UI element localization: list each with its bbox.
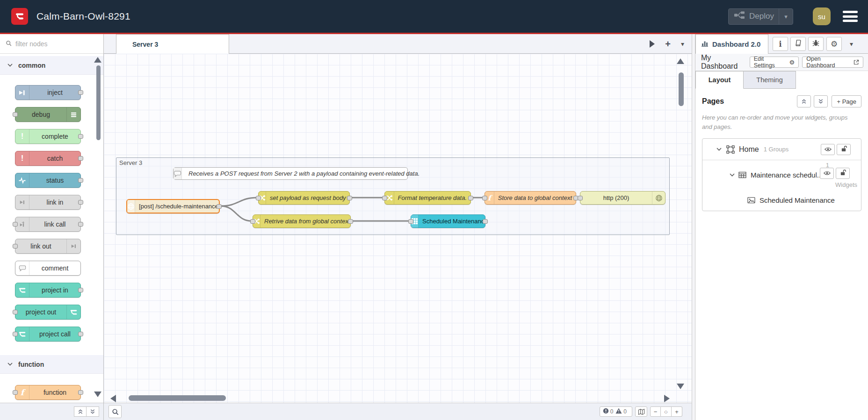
flow-status-counts[interactable]: 0 0 — [600, 406, 632, 417]
palette-node-project-out[interactable]: project out — [15, 305, 81, 320]
input-port[interactable] — [13, 222, 18, 227]
debug-tab-button[interactable] — [808, 37, 824, 51]
canvas-scroll-left-arrow[interactable] — [110, 395, 116, 402]
collapse-all-pages-button[interactable] — [797, 95, 811, 107]
flow-canvas[interactable]: Server 3 Receives a POST request from Se… — [104, 54, 692, 403]
tree-row-group-maintenance[interactable]: Maintenance schedul... 1 Widgets — [702, 160, 861, 189]
output-port[interactable] — [78, 222, 83, 227]
output-port[interactable] — [217, 204, 222, 209]
settings-tab-button[interactable]: ⚙ — [826, 37, 842, 51]
palette-node-link-out[interactable]: link out — [15, 239, 81, 254]
workspace-tab-server-3[interactable]: Server 3 — [116, 34, 229, 54]
add-page-button[interactable]: + Page — [832, 95, 861, 107]
page-lock-button[interactable] — [837, 144, 851, 155]
output-port[interactable] — [78, 178, 83, 183]
palette-scrollbar-thumb[interactable] — [96, 65, 101, 140]
group-visibility-button[interactable] — [820, 168, 834, 179]
canvas-vertical-scrollbar-thumb[interactable] — [679, 72, 684, 106]
palette-node-link-call[interactable]: link call — [15, 217, 81, 232]
output-port[interactable] — [347, 196, 352, 200]
flow-node-set-payload[interactable]: set payload as request body — [258, 191, 350, 205]
navigator-toggle-button[interactable] — [635, 406, 647, 417]
input-port[interactable] — [408, 219, 413, 224]
output-port[interactable] — [348, 219, 353, 224]
palette-node-catch[interactable]: ! catch — [15, 151, 81, 166]
input-port[interactable] — [13, 332, 18, 336]
input-port[interactable] — [13, 244, 18, 249]
palette-scroll-up-arrow[interactable] — [94, 57, 101, 63]
palette-node-comment[interactable]: comment — [15, 261, 81, 276]
input-port[interactable] — [482, 196, 487, 200]
main-menu-button[interactable] — [843, 11, 858, 22]
add-flow-button[interactable]: + — [665, 39, 671, 49]
output-port[interactable] — [78, 288, 83, 292]
chevron-down-icon[interactable] — [730, 173, 735, 177]
output-port[interactable] — [78, 390, 83, 395]
palette-search[interactable] — [0, 34, 103, 54]
edit-settings-button[interactable]: Edit Settings ⚙ — [750, 57, 799, 68]
expand-all-categories-button[interactable] — [87, 406, 99, 417]
sidebar-options-caret[interactable]: ▾ — [850, 40, 853, 48]
palette-node-project-in[interactable]: project in — [15, 283, 81, 298]
palette-node-status[interactable]: status — [15, 173, 81, 188]
tree-row-widget-scheduled-maintenance[interactable]: Scheduled Maintenance — [702, 189, 861, 211]
palette-category-function[interactable]: function — [0, 355, 103, 374]
input-port[interactable] — [382, 196, 387, 200]
tab-theming[interactable]: Theming — [744, 71, 796, 89]
palette-node-debug[interactable]: debug — [15, 107, 81, 122]
sidebar-tab-dashboard[interactable]: Dashboard 2.0 — [695, 34, 768, 54]
deploy-button[interactable]: Deploy ▾ — [728, 8, 793, 25]
palette-node-link-in[interactable]: link in — [15, 195, 81, 210]
open-dashboard-button[interactable]: Open Dashboard — [802, 57, 863, 68]
expand-all-pages-button[interactable] — [814, 95, 828, 107]
tab-scroll-right-icon[interactable] — [650, 40, 655, 48]
canvas-horizontal-scrollbar-thumb[interactable] — [129, 395, 226, 401]
tree-row-page-home[interactable]: Home 1 Groups — [702, 139, 861, 160]
flow-node-store-global[interactable]: f Store data to global context — [485, 191, 576, 205]
chevron-down-icon[interactable] — [716, 148, 722, 151]
input-port[interactable] — [13, 390, 18, 395]
zoom-reset-button[interactable]: ○ — [661, 406, 672, 417]
palette-node-function[interactable]: f function — [15, 385, 81, 400]
collapse-all-categories-button[interactable] — [74, 406, 87, 417]
input-port[interactable] — [13, 310, 18, 314]
output-port[interactable] — [78, 200, 83, 205]
group-lock-button[interactable] — [836, 168, 850, 179]
output-port[interactable] — [78, 156, 83, 161]
help-tab-button[interactable] — [790, 37, 806, 51]
flow-node-retrieve-global[interactable]: Retrive data from global context — [253, 214, 351, 228]
palette-node-project-call[interactable]: project call — [15, 327, 81, 342]
canvas-search-button[interactable] — [108, 405, 122, 418]
comment-node[interactable]: Receives a POST request from Server 2 wi… — [173, 167, 408, 180]
flow-node-http-response[interactable]: http (200) — [580, 191, 665, 205]
input-port[interactable] — [13, 112, 18, 117]
output-port[interactable] — [78, 90, 83, 95]
palette-scroll-down-arrow[interactable] — [94, 392, 101, 397]
palette-scroll-area[interactable]: common inject debug ! compl — [0, 54, 103, 403]
zoom-in-button[interactable]: + — [672, 406, 682, 417]
flow-node-http-in[interactable]: [post] /schedule-maintenance — [126, 199, 220, 214]
flow-list-caret[interactable]: ▾ — [681, 40, 684, 48]
canvas-scroll-right-arrow[interactable] — [664, 395, 670, 402]
palette-category-common[interactable]: common — [0, 56, 103, 75]
palette-node-complete[interactable]: ! complete — [15, 129, 81, 144]
palette-node-inject[interactable]: inject — [15, 85, 81, 100]
palette-search-input[interactable] — [15, 40, 90, 48]
tab-layout[interactable]: Layout — [695, 71, 744, 89]
input-port[interactable] — [250, 219, 255, 224]
output-port[interactable] — [78, 134, 83, 139]
flow-node-table-widget[interactable]: Scheduled Maintenance — [411, 214, 485, 228]
zoom-out-button[interactable]: − — [650, 406, 661, 417]
output-port[interactable] — [78, 332, 83, 336]
sidebar-splitter[interactable] — [692, 34, 695, 420]
deploy-options-caret[interactable]: ▾ — [779, 8, 793, 25]
output-port[interactable] — [468, 196, 473, 200]
page-visibility-button[interactable] — [821, 144, 835, 155]
canvas-scroll-down-arrow[interactable] — [677, 384, 684, 389]
flow-node-format-temperature[interactable]: Format temperature data. — [384, 191, 471, 205]
input-port[interactable] — [578, 196, 583, 200]
output-port[interactable] — [483, 219, 488, 224]
canvas-scroll-up-arrow[interactable] — [677, 58, 684, 64]
input-port[interactable] — [256, 196, 261, 200]
info-tab-button[interactable]: i — [773, 37, 788, 51]
